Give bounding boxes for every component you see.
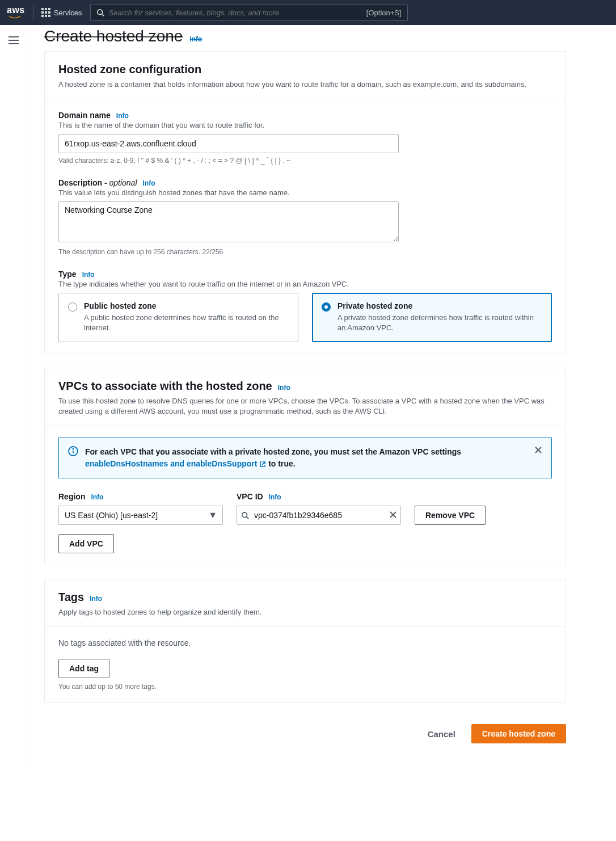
tags-desc: Apply tags to hosted zones to help organ… xyxy=(58,607,552,617)
domain-input[interactable] xyxy=(58,134,399,153)
tags-title: Tags xyxy=(58,591,84,604)
alert-link[interactable]: enableDnsHostnames and enableDnsSupport xyxy=(85,459,268,468)
svg-line-9 xyxy=(247,517,249,519)
type-private-tile[interactable]: Private hosted zone A private hosted zon… xyxy=(312,293,552,342)
tags-empty-text: No tags associated with the resource. xyxy=(58,638,552,647)
page-info-link[interactable]: Info xyxy=(189,35,202,43)
radio-unchecked-icon xyxy=(68,302,77,312)
alert-close-button[interactable] xyxy=(534,446,542,470)
vpcs-desc: To use this hosted zone to resolve DNS q… xyxy=(58,396,552,417)
description-info-link[interactable]: Info xyxy=(143,179,155,187)
add-tag-button[interactable]: Add tag xyxy=(58,659,109,678)
tags-info-link[interactable]: Info xyxy=(90,595,102,603)
info-icon xyxy=(68,446,78,470)
svg-point-8 xyxy=(242,512,247,518)
description-label: Description - optional xyxy=(58,178,137,187)
close-icon xyxy=(534,446,542,454)
vpcs-info-link[interactable]: Info xyxy=(278,384,290,392)
alert-text-2: to true. xyxy=(268,459,295,468)
search-icon xyxy=(96,9,104,16)
cancel-button[interactable]: Cancel xyxy=(417,726,466,742)
public-desc: A public hosted zone determines how traf… xyxy=(84,313,289,333)
type-field: Type Info The type indicates whether you… xyxy=(58,270,552,342)
type-hint: The type indicates whether you want to r… xyxy=(58,280,552,288)
config-title: Hosted zone configuration xyxy=(58,63,201,76)
config-desc: A hosted zone is a container that holds … xyxy=(58,79,552,90)
vpcid-label: VPC ID xyxy=(237,492,263,501)
public-title: Public hosted zone xyxy=(84,301,289,310)
page-title: Create hosted zone xyxy=(44,27,183,45)
private-title: Private hosted zone xyxy=(337,301,542,310)
vpcid-input[interactable] xyxy=(237,506,401,525)
region-info-link[interactable]: Info xyxy=(91,493,103,501)
sidebar-toggle-area xyxy=(0,25,27,766)
close-icon xyxy=(390,511,396,518)
search-input[interactable] xyxy=(104,9,366,17)
domain-hint: This is the name of the domain that you … xyxy=(58,121,552,129)
type-label: Type xyxy=(58,270,77,279)
alert-text-1: For each VPC that you associate with a p… xyxy=(85,447,461,456)
domain-info-link[interactable]: Info xyxy=(116,112,129,120)
region-select[interactable]: US East (Ohio) [us-east-2] xyxy=(58,506,223,525)
domain-label: Domain name xyxy=(58,111,111,120)
description-constraint: The description can have up to 256 chara… xyxy=(58,248,552,256)
form-actions: Cancel Create hosted zone xyxy=(44,716,566,743)
type-public-tile[interactable]: Public hosted zone A public hosted zone … xyxy=(58,293,298,342)
radio-checked-icon xyxy=(322,302,331,312)
search-icon xyxy=(241,511,249,519)
services-menu[interactable]: Services xyxy=(41,8,82,17)
private-desc: A private hosted zone determines how tra… xyxy=(337,313,542,333)
global-search[interactable]: [Option+S] xyxy=(90,4,408,21)
nav-divider xyxy=(33,5,33,20)
svg-point-0 xyxy=(97,10,102,15)
add-vpc-button[interactable]: Add VPC xyxy=(58,534,114,553)
services-label: Services xyxy=(54,9,82,17)
search-shortcut: [Option+S] xyxy=(366,9,402,17)
vpcs-title: VPCs to associate with the hosted zone xyxy=(58,380,272,393)
region-label: Region xyxy=(58,492,85,501)
tags-constraint: You can add up to 50 more tags. xyxy=(58,683,552,691)
vpc-settings-alert: For each VPC that you associate with a p… xyxy=(58,438,552,478)
tags-panel: Tags Info Apply tags to hosted zones to … xyxy=(44,579,566,703)
type-info-link[interactable]: Info xyxy=(82,271,95,279)
description-hint: This value lets you distinguish hosted z… xyxy=(58,188,552,197)
vpcs-panel: VPCs to associate with the hosted zone I… xyxy=(44,368,566,565)
description-field: Description - optional Info This value l… xyxy=(58,178,552,256)
grid-icon xyxy=(41,8,50,17)
global-nav: aws Services [Option+S] xyxy=(0,0,616,25)
hosted-zone-config-panel: Hosted zone configuration A hosted zone … xyxy=(44,51,566,354)
hamburger-icon[interactable] xyxy=(9,36,19,44)
create-hosted-zone-button[interactable]: Create hosted zone xyxy=(471,724,566,743)
aws-logo[interactable]: aws xyxy=(7,6,25,19)
description-textarea[interactable]: Networking Course Zone xyxy=(58,201,399,242)
external-link-icon xyxy=(259,461,266,468)
domain-name-field: Domain name Info This is the name of the… xyxy=(58,111,552,165)
remove-vpc-button[interactable]: Remove VPC xyxy=(415,506,486,525)
domain-constraint: Valid characters: a-z, 0-9, ! " # $ % & … xyxy=(58,157,552,165)
vpcid-info-link[interactable]: Info xyxy=(269,493,281,501)
clear-button[interactable] xyxy=(390,510,396,520)
svg-point-4 xyxy=(73,448,73,449)
vpc-row: Region Info US East (Ohio) [us-east-2] ▼ xyxy=(58,492,552,525)
svg-line-1 xyxy=(102,14,104,16)
